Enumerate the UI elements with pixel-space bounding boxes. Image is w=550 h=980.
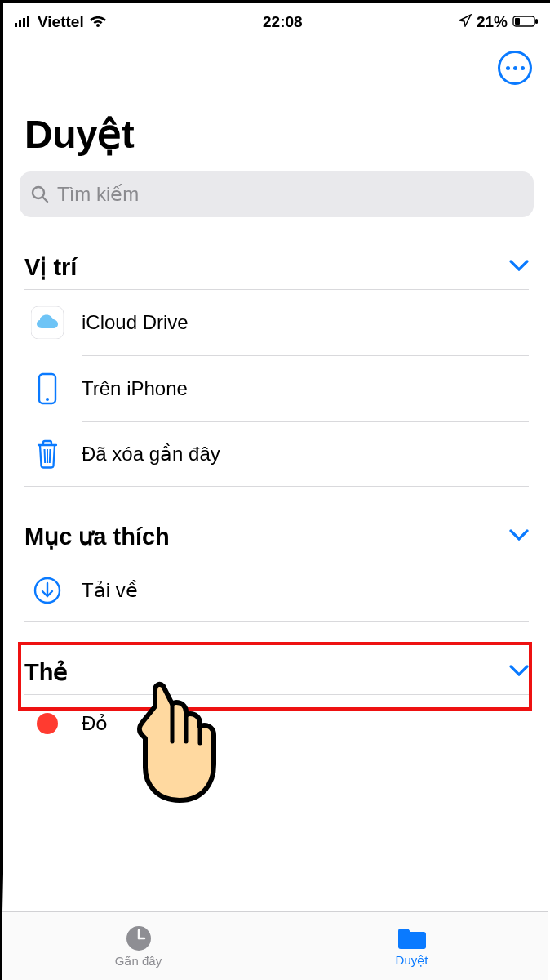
locations-section-title: Vị trí: [24, 253, 77, 281]
clock: 22:08: [107, 13, 459, 31]
svg-line-15: [50, 449, 51, 463]
svg-point-4: [96, 24, 100, 27]
location-on-iphone[interactable]: Trên iPhone: [24, 356, 529, 421]
svg-line-13: [45, 449, 46, 463]
locations-section-toggle[interactable]: Vị trí: [24, 242, 529, 289]
row-label: Trên iPhone: [82, 377, 188, 400]
row-label: Đã xóa gần đây: [82, 443, 220, 466]
svg-point-18: [37, 713, 58, 734]
status-bar: Viettel 22:08 21%: [3, 3, 550, 36]
location-recently-deleted[interactable]: Đã xóa gần đây: [24, 422, 529, 486]
favorites-section-title: Mục ưa thích: [24, 523, 170, 550]
favorite-downloads[interactable]: Tải về: [24, 559, 529, 621]
search-input[interactable]: Tìm kiếm: [20, 172, 534, 217]
row-label: Tải về: [82, 579, 138, 602]
battery-icon: [512, 13, 539, 31]
svg-rect-3: [27, 16, 29, 27]
cellular-signal-icon: [15, 13, 33, 31]
favorites-section-toggle[interactable]: Mục ưa thích: [24, 511, 529, 559]
location-icloud-drive[interactable]: iCloud Drive: [24, 290, 529, 355]
tab-recents[interactable]: Gần đây: [2, 912, 275, 980]
clock-icon: [125, 924, 153, 952]
tags-section-title: Thẻ: [24, 658, 68, 686]
tab-label: Duyệt: [396, 953, 428, 968]
icloud-icon: [29, 306, 65, 339]
search-icon: [31, 185, 49, 203]
more-menu-button[interactable]: [498, 51, 532, 85]
svg-rect-7: [535, 19, 538, 24]
chevron-down-icon: [509, 260, 529, 274]
svg-line-9: [43, 198, 48, 203]
tag-red[interactable]: Đỏ: [24, 695, 529, 752]
tab-browse[interactable]: Duyệt: [275, 912, 548, 980]
svg-point-12: [46, 398, 49, 401]
battery-percent: 21%: [477, 13, 508, 31]
row-label: iCloud Drive: [82, 311, 189, 334]
chevron-down-icon: [509, 665, 529, 679]
download-icon: [29, 576, 65, 605]
row-label: Đỏ: [82, 712, 108, 735]
tab-bar: Gần đây Duyệt: [2, 911, 548, 980]
tags-section-toggle[interactable]: Thẻ: [24, 647, 529, 694]
carrier-label: Viettel: [38, 13, 84, 31]
svg-rect-2: [23, 18, 25, 27]
iphone-icon: [29, 372, 65, 405]
chevron-down-icon: [509, 529, 529, 544]
wifi-icon: [89, 13, 107, 31]
svg-rect-1: [19, 20, 21, 27]
red-tag-dot-icon: [29, 711, 65, 736]
location-icon: [459, 13, 472, 31]
trash-icon: [29, 439, 65, 470]
svg-rect-6: [515, 18, 520, 24]
tab-label: Gần đây: [115, 954, 162, 969]
svg-rect-0: [15, 23, 17, 27]
folder-icon: [396, 925, 428, 951]
search-placeholder: Tìm kiếm: [57, 183, 139, 206]
page-title: Duyệt: [3, 93, 550, 165]
